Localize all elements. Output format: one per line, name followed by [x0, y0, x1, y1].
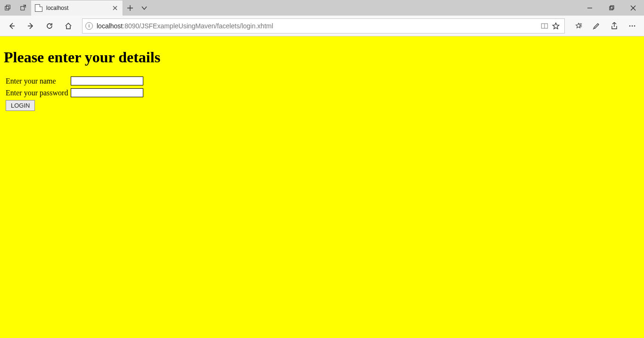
forward-button[interactable]	[22, 17, 40, 34]
svg-rect-0	[5, 6, 8, 10]
new-tab-button[interactable]	[123, 0, 137, 16]
password-label: Enter your password	[5, 87, 69, 98]
site-info-icon[interactable]: i	[85, 22, 93, 30]
url-host: localhost	[97, 22, 123, 30]
browser-tab[interactable]: localhost	[31, 0, 123, 16]
svg-point-12	[634, 25, 636, 26]
browser-toolbar: i localhost:8090/JSFExampleUsingMaven/fa…	[0, 16, 644, 36]
maximize-button[interactable]	[601, 0, 622, 16]
tab-title: localhost	[46, 5, 107, 11]
set-aside-tabs-icon[interactable]	[16, 0, 31, 16]
form-row-name: Enter your name	[5, 76, 144, 86]
notes-icon[interactable]	[587, 17, 605, 34]
share-icon[interactable]	[605, 17, 623, 34]
page-content: Please enter your details Enter your nam…	[0, 36, 644, 338]
address-bar[interactable]: i localhost:8090/JSFExampleUsingMaven/fa…	[82, 18, 565, 34]
page-heading: Please enter your details	[4, 49, 640, 66]
more-menu-icon[interactable]	[623, 17, 641, 34]
window-controls	[579, 0, 644, 16]
window-titlebar: localhost	[0, 0, 644, 16]
form-row-submit: LOGIN	[5, 99, 144, 112]
minimize-button[interactable]	[579, 0, 601, 16]
close-window-button[interactable]	[622, 0, 644, 16]
name-label: Enter your name	[5, 76, 69, 86]
url-path: :8090/JSFExampleUsingMaven/facelets/logi…	[123, 22, 273, 30]
page-icon	[35, 4, 42, 12]
titlebar-left	[0, 0, 31, 16]
login-button[interactable]: LOGIN	[6, 100, 35, 111]
back-button[interactable]	[3, 17, 21, 34]
url-text: localhost:8090/JSFExampleUsingMaven/face…	[97, 22, 537, 30]
reading-view-icon[interactable]	[541, 22, 548, 30]
toolbar-right	[570, 17, 641, 34]
svg-rect-4	[611, 6, 614, 9]
login-form: Enter your name Enter your password LOGI…	[4, 75, 145, 113]
tab-actions	[123, 0, 151, 16]
svg-point-11	[632, 25, 633, 26]
svg-rect-3	[610, 7, 613, 10]
address-bar-actions	[541, 22, 561, 30]
refresh-button[interactable]	[41, 17, 58, 34]
sidebar-tabs-icon[interactable]	[0, 0, 16, 16]
form-row-password: Enter your password	[5, 87, 144, 98]
name-input[interactable]	[71, 76, 143, 85]
password-input[interactable]	[71, 88, 143, 97]
svg-rect-1	[6, 5, 10, 8]
svg-point-10	[629, 25, 631, 26]
close-tab-icon[interactable]	[110, 3, 120, 13]
home-button[interactable]	[59, 17, 77, 34]
tab-dropdown-icon[interactable]	[137, 0, 151, 16]
favorite-star-icon[interactable]	[552, 22, 560, 30]
favorites-hub-icon[interactable]	[570, 17, 587, 34]
